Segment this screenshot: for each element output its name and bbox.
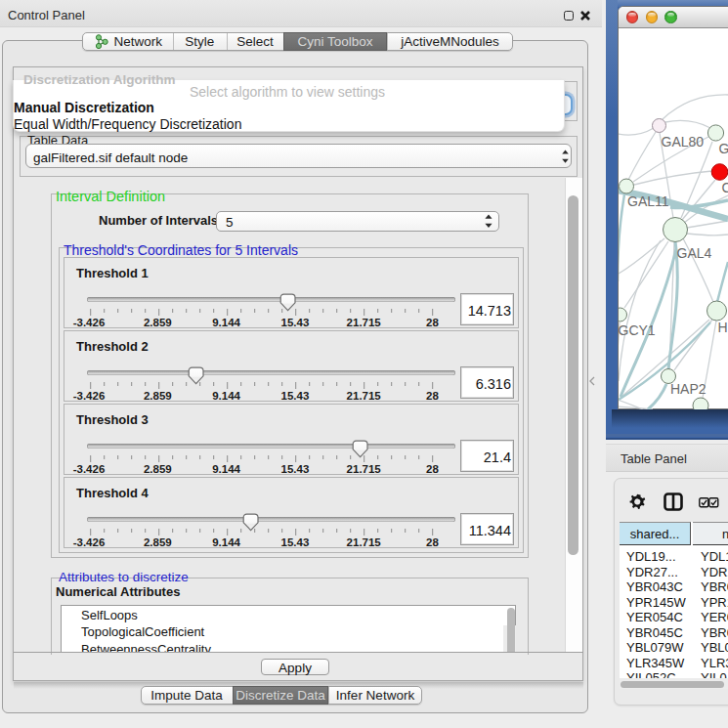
svg-text:GAL4: GAL4 [677,245,712,261]
svg-text:GAL80: GAL80 [662,134,705,150]
svg-text:HAP2: HAP2 [670,381,707,397]
svg-text:C: C [722,180,728,195]
svg-text:GA: GA [719,141,728,156]
svg-text:H: H [718,320,728,335]
svg-text:GAL11: GAL11 [627,193,669,209]
svg-text:GCY1: GCY1 [619,322,656,338]
